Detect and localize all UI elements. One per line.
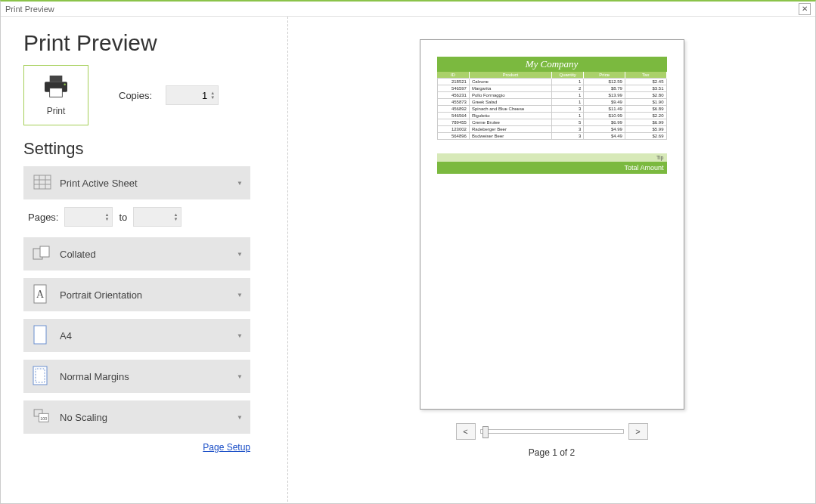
spinner-arrows-icon[interactable]: ▲▼	[173, 212, 178, 221]
table-row: 123002Radeberger Beer3$4.99$5.99	[437, 126, 666, 133]
table-row: 456892Spinach and Blue Cheese3$11.49$6.8…	[437, 106, 666, 113]
chevron-down-icon: ▼	[237, 292, 243, 298]
copies-spinner[interactable]: ▲▼	[166, 85, 219, 105]
titlebar: Print Preview ✕	[1, 2, 815, 17]
table-row: 564896Budweiser Beer3$4.49$2.69	[437, 133, 666, 140]
paper-dropdown[interactable]: A4 ▼	[23, 319, 250, 352]
next-page-button[interactable]: >	[628, 423, 648, 440]
table-row: 789455Creme Brulee5$6.99$6.99	[437, 119, 666, 126]
printer-icon	[41, 91, 71, 103]
print-button[interactable]: Print	[23, 65, 88, 125]
print-button-label: Print	[24, 106, 88, 116]
cell-id: 564896	[437, 133, 469, 140]
settings-panel: Print Preview Print Copies: ▲▼ Settings	[1, 17, 288, 502]
copies-input[interactable]	[177, 90, 207, 101]
svg-text:A: A	[36, 289, 45, 300]
cell-product: Radeberger Beer	[469, 126, 551, 133]
cell-tax: $5.99	[625, 126, 666, 133]
cell-id: 456231	[437, 92, 469, 99]
print-sheet-label: Print Active Sheet	[60, 178, 138, 189]
preview-panel: My Company ID Product Quantity Price Tax…	[288, 17, 815, 502]
cell-product: Rigoletto	[469, 113, 551, 119]
cell-tax: $2.20	[625, 113, 666, 119]
page-indicator: Page 1 of 2	[529, 447, 575, 458]
cell-qty: 1	[552, 92, 584, 99]
chevron-down-icon: ▼	[237, 251, 243, 258]
cell-product: Greek Salad	[469, 99, 551, 106]
collated-icon	[33, 246, 52, 263]
paper-label: A4	[60, 330, 72, 342]
cell-id: 546564	[437, 113, 469, 119]
close-button[interactable]: ✕	[799, 3, 811, 15]
cell-qty: 5	[552, 119, 584, 126]
cell-product: Margarita	[469, 85, 551, 92]
margins-label: Normal Margins	[60, 371, 129, 382]
pages-to-label: to	[119, 212, 127, 223]
zoom-slider[interactable]	[480, 429, 624, 434]
svg-rect-2	[50, 88, 63, 97]
cell-id: 123002	[437, 126, 469, 133]
collated-dropdown[interactable]: Collated ▼	[23, 237, 250, 271]
margins-dropdown[interactable]: Normal Margins ▼	[23, 360, 250, 393]
prev-page-button[interactable]: <	[456, 423, 476, 440]
chevron-down-icon: ▼	[237, 414, 243, 421]
portrait-icon: A	[33, 284, 52, 306]
svg-rect-10	[40, 246, 49, 257]
doc-total-row: Total Amount	[437, 162, 667, 174]
orientation-dropdown[interactable]: A Portrait Orientation ▼	[23, 278, 250, 311]
cell-id: 218521	[437, 79, 469, 85]
sheet-grid-icon	[33, 175, 52, 192]
spinner-arrows-icon[interactable]: ▲▼	[105, 212, 110, 221]
paper-icon	[33, 325, 52, 347]
cell-qty: 1	[552, 99, 584, 106]
page-title: Print Preview	[23, 30, 265, 56]
collated-label: Collated	[60, 249, 96, 260]
cell-product: Spinach and Blue Cheese	[469, 106, 551, 113]
doc-header-row: ID Product Quantity Price Tax	[437, 72, 666, 79]
cell-qty: 3	[552, 106, 584, 113]
table-row: 455873Greek Salad1$9.49$1.90	[437, 99, 666, 106]
pages-from-input[interactable]	[72, 212, 102, 223]
cell-id: 456892	[437, 106, 469, 113]
table-row: 546564Rigoletto1$10.99$2.20	[437, 113, 666, 119]
cell-qty: 1	[552, 113, 584, 119]
svg-text:100: 100	[40, 416, 47, 420]
settings-title: Settings	[23, 139, 265, 159]
cell-tax: $6.89	[625, 106, 666, 113]
scaling-dropdown[interactable]: 100 No Scaling ▼	[23, 400, 250, 434]
col-qty: Quantity	[552, 72, 584, 79]
chevron-down-icon: ▼	[237, 373, 243, 380]
cell-product: Pollo Formaggio	[469, 92, 551, 99]
slider-thumb[interactable]	[482, 426, 489, 438]
cell-product: Creme Brulee	[469, 119, 551, 126]
col-id: ID	[437, 72, 469, 79]
orientation-label: Portrait Orientation	[60, 289, 142, 301]
pages-to-input[interactable]	[140, 212, 170, 223]
cell-id: 455873	[437, 99, 469, 106]
cell-product: Budweiser Beer	[469, 133, 551, 140]
spinner-arrows-icon[interactable]: ▲▼	[210, 91, 215, 100]
chevron-down-icon: ▼	[237, 180, 243, 187]
cell-id: 789455	[437, 119, 469, 126]
cell-tax: $3.51	[625, 85, 666, 92]
col-product: Product	[469, 72, 551, 79]
pages-from-spinner[interactable]: ▲▼	[64, 207, 113, 227]
print-sheet-dropdown[interactable]: Print Active Sheet ▼	[23, 166, 250, 199]
cell-qty: 3	[552, 133, 584, 140]
doc-tip-row: Tip	[437, 153, 667, 162]
pages-label: Pages:	[28, 212, 58, 223]
cell-price: $10.99	[584, 113, 625, 119]
pages-to-spinner[interactable]: ▲▼	[133, 207, 182, 227]
doc-table: ID Product Quantity Price Tax 218521Calz…	[437, 72, 667, 140]
page-setup-link[interactable]: Page Setup	[203, 442, 250, 453]
cell-tax: $1.90	[625, 99, 666, 106]
chevron-down-icon: ▼	[237, 332, 243, 339]
svg-point-3	[64, 83, 66, 85]
svg-rect-4	[34, 175, 51, 189]
cell-price: $12.59	[584, 79, 625, 85]
cell-tax: $6.99	[625, 119, 666, 126]
cell-qty: 2	[552, 85, 584, 92]
cell-price: $8.79	[584, 85, 625, 92]
cell-price: $4.99	[584, 126, 625, 133]
cell-price: $4.49	[584, 133, 625, 140]
